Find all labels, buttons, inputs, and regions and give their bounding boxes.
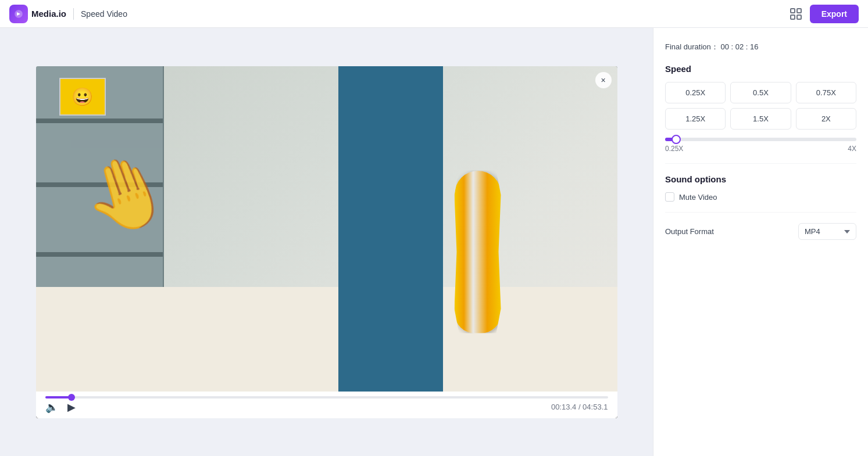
- controls-row: 🔈 ▶ 00:13.4 / 04:53.1: [45, 401, 608, 414]
- app-name: Media.io: [31, 9, 66, 19]
- mute-row: Mute Video: [665, 192, 856, 202]
- speed-slider-container[interactable]: [665, 138, 856, 141]
- header-divider: [73, 8, 74, 20]
- shelf-1: [36, 119, 163, 123]
- sound-options-title: Sound options: [665, 174, 856, 184]
- header-right: Export: [789, 5, 859, 23]
- speed-min-label: 0.25X: [665, 145, 683, 153]
- svg-rect-3: [797, 15, 801, 19]
- pacman-poster: 😀: [59, 78, 106, 116]
- divider-2: [665, 212, 856, 213]
- speed-btn-2[interactable]: 2X: [796, 108, 856, 130]
- speed-slider-fill: [665, 138, 677, 141]
- shelf-3: [36, 252, 163, 257]
- progress-bar-fill: [45, 396, 72, 398]
- logo-icon: [9, 5, 28, 23]
- crushed-can: [455, 171, 501, 333]
- progress-bar[interactable]: [45, 396, 608, 398]
- svg-rect-2: [791, 15, 795, 19]
- svg-rect-0: [791, 9, 795, 13]
- video-area: 😀 🤚 ×: [0, 28, 653, 456]
- speed-section: Speed 0.25X 0.5X 0.75X 1.25X 1.5X 2X 0.2…: [665, 64, 856, 153]
- page-title: Speed Video: [81, 9, 127, 19]
- final-duration: Final duration： 00 : 02 : 16: [665, 42, 856, 52]
- speed-max-label: 4X: [848, 145, 856, 153]
- speed-btn-125[interactable]: 1.25X: [665, 108, 726, 130]
- logo: Media.io: [9, 5, 66, 23]
- final-duration-value: 00 : 02 : 16: [720, 42, 758, 51]
- speed-buttons-grid: 0.25X 0.5X 0.75X 1.25X 1.5X 2X: [665, 82, 856, 130]
- video-wrapper: 😀 🤚 ×: [36, 66, 617, 418]
- speed-title: Speed: [665, 64, 856, 74]
- speed-btn-05[interactable]: 0.5X: [730, 82, 791, 103]
- video-scene: 😀 🤚: [36, 66, 617, 392]
- time-display: 00:13.4 / 04:53.1: [551, 403, 608, 411]
- main-layout: 😀 🤚 ×: [0, 28, 868, 456]
- sound-options-section: Sound options Mute Video: [665, 174, 856, 202]
- right-panel: Final duration： 00 : 02 : 16 Speed 0.25X…: [653, 28, 868, 456]
- final-duration-label: Final duration：: [665, 42, 719, 51]
- grid-icon[interactable]: [789, 7, 803, 21]
- speed-slider-track: [665, 138, 856, 141]
- table-surface: [36, 287, 617, 392]
- speed-range-labels: 0.25X 4X: [665, 145, 856, 153]
- svg-rect-1: [797, 9, 801, 13]
- output-format-select[interactable]: MP4 MOV AVI MKV GIF: [798, 223, 856, 240]
- output-format-row: Output Format MP4 MOV AVI MKV GIF: [665, 223, 856, 240]
- mute-video-label[interactable]: Mute Video: [679, 193, 717, 202]
- speed-slider-thumb: [671, 135, 681, 144]
- play-button[interactable]: ▶: [67, 401, 76, 414]
- controls-left: 🔈 ▶: [45, 401, 76, 414]
- divider-1: [665, 163, 856, 164]
- mute-video-checkbox[interactable]: [665, 192, 674, 202]
- speed-btn-075[interactable]: 0.75X: [796, 82, 856, 103]
- close-button[interactable]: ×: [595, 72, 612, 88]
- header: Media.io Speed Video Export: [0, 0, 868, 28]
- blue-door: [338, 66, 443, 392]
- video-controls: 🔈 ▶ 00:13.4 / 04:53.1: [36, 392, 617, 418]
- speed-btn-025[interactable]: 0.25X: [665, 82, 726, 103]
- export-button[interactable]: Export: [810, 5, 859, 23]
- video-container: 😀 🤚 ×: [36, 66, 617, 418]
- video-frame: 😀 🤚: [36, 66, 617, 392]
- volume-icon[interactable]: 🔈: [45, 401, 58, 414]
- progress-thumb: [68, 394, 75, 401]
- speed-btn-15[interactable]: 1.5X: [730, 108, 791, 130]
- output-format-label: Output Format: [665, 227, 714, 236]
- header-left: Media.io Speed Video: [9, 5, 127, 23]
